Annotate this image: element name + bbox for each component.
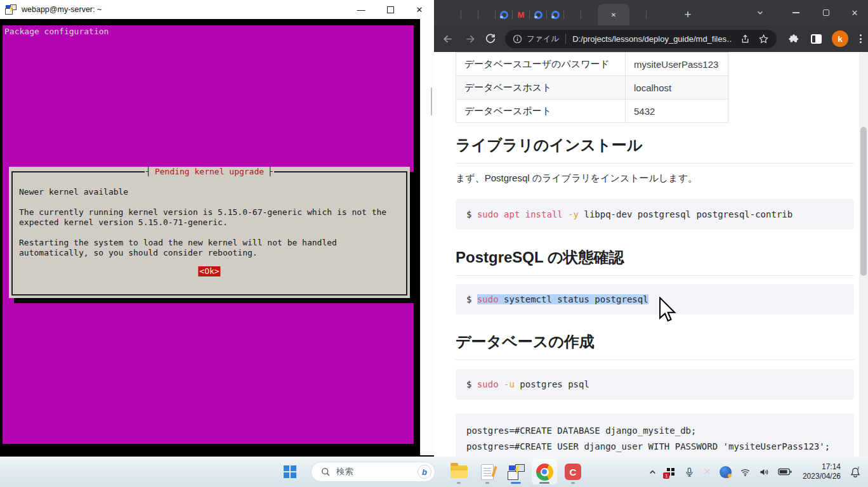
blue-ring-favicon bbox=[551, 11, 560, 19]
browser-menu-button[interactable] bbox=[860, 34, 862, 43]
tab-search-chevron-button[interactable] bbox=[749, 0, 771, 25]
bookmark-button[interactable] bbox=[758, 34, 769, 44]
table-row: データベースホスト localhost bbox=[456, 76, 728, 100]
start-button[interactable] bbox=[284, 465, 296, 478]
dialog-text-line: The currently running kernel version is … bbox=[19, 207, 386, 218]
tray-close-faint-icon[interactable]: ✕ bbox=[703, 466, 711, 477]
shell-prompt: $ bbox=[466, 294, 471, 304]
browser-tab[interactable] bbox=[547, 4, 563, 25]
table-cell-value: localhost bbox=[626, 76, 728, 100]
blue-orb-icon bbox=[720, 466, 732, 478]
new-tab-button[interactable]: + bbox=[678, 4, 697, 25]
browser-tab[interactable] bbox=[564, 4, 581, 25]
tray-battery[interactable] bbox=[778, 467, 792, 476]
bell-dnd-icon: z bbox=[849, 465, 862, 478]
share-button[interactable] bbox=[740, 34, 751, 44]
terminal-maximize-button[interactable] bbox=[376, 0, 405, 19]
notepad-icon bbox=[481, 464, 494, 480]
browser-tab-gmail[interactable]: M bbox=[513, 4, 529, 25]
terminal-minimize-button[interactable]: — bbox=[346, 0, 376, 19]
dialog-title-text: Pending kernel upgrade bbox=[151, 167, 268, 176]
address-bar[interactable]: ファイル D:/projects/lessons/deploy_guide/md… bbox=[505, 30, 777, 48]
desktop: webapp@my-server: ~ — ✕ Package configur… bbox=[0, 0, 868, 487]
tray-microphone[interactable] bbox=[684, 467, 695, 477]
svg-text:z: z bbox=[857, 465, 859, 470]
code-flag: -u bbox=[504, 379, 515, 389]
extensions-button[interactable] bbox=[788, 33, 799, 44]
taskbar-camtasia[interactable]: C bbox=[560, 459, 586, 484]
terminal-close-button[interactable]: ✕ bbox=[405, 0, 434, 19]
taskbar-notepad[interactable] bbox=[475, 459, 500, 484]
url-text[interactable]: D:/projects/lessons/deploy_guide/md_file… bbox=[572, 34, 732, 44]
browser-tab[interactable] bbox=[478, 4, 495, 25]
section-heading-status: PostgreSQL の状態確認 bbox=[456, 247, 854, 276]
code-command: sudo bbox=[477, 294, 499, 304]
terminal-scrollbar[interactable] bbox=[420, 19, 434, 455]
browser-close-button[interactable]: ✕ bbox=[844, 0, 865, 25]
tray-wifi[interactable] bbox=[740, 467, 751, 477]
terminal-screen[interactable]: Package configuration ┤Pending kernel up… bbox=[0, 19, 434, 455]
bing-icon[interactable]: b bbox=[418, 465, 431, 479]
taskbar-putty[interactable] bbox=[503, 459, 529, 484]
browser-tab[interactable] bbox=[444, 4, 461, 25]
browser-maximize-button[interactable] bbox=[815, 0, 837, 25]
maximize-icon bbox=[823, 10, 829, 16]
browser-tab[interactable] bbox=[629, 4, 646, 25]
tray-overflow-chevron[interactable] bbox=[648, 467, 657, 477]
page-scrollbar[interactable] bbox=[859, 52, 868, 457]
taskbar-chrome[interactable] bbox=[532, 459, 557, 484]
table-row: データベースユーザのパスワード mysiteUserPass123 bbox=[456, 53, 728, 76]
table-cell-label: データベースポート bbox=[456, 100, 626, 123]
browser-tab[interactable] bbox=[647, 4, 663, 25]
info-icon bbox=[513, 34, 522, 44]
profile-avatar[interactable]: k bbox=[832, 30, 848, 47]
browser-tab[interactable] bbox=[496, 4, 512, 25]
taskbar-file-explorer[interactable] bbox=[446, 459, 471, 484]
dialog-text-line: Restarting the system to load the new ke… bbox=[19, 238, 337, 248]
section-heading-createdb: データベースの作成 bbox=[456, 332, 854, 360]
page-content: データベースユーザのパスワード mysiteUserPass123 データベース… bbox=[434, 52, 868, 457]
browser-window: M ✕ + ✕ bbox=[434, 0, 868, 457]
taskbar-search-box[interactable]: 検索 b bbox=[311, 462, 435, 482]
chevron-down-icon bbox=[756, 8, 765, 17]
page-scrollbar-thumb[interactable] bbox=[860, 127, 867, 276]
tab-close-icon[interactable]: ✕ bbox=[611, 11, 616, 18]
page-info-button[interactable] bbox=[513, 34, 522, 44]
terminal-scrollbar-thumb[interactable] bbox=[431, 88, 432, 115]
browser-toolbar: ファイル D:/projects/lessons/deploy_guide/md… bbox=[434, 25, 868, 52]
debconf-screen: Package configuration ┤Pending kernel up… bbox=[3, 25, 414, 444]
url-scheme-label: ファイル bbox=[527, 34, 559, 44]
reload-icon bbox=[485, 33, 496, 44]
search-icon bbox=[320, 467, 331, 477]
notification-badge: 1 bbox=[663, 472, 669, 479]
putty-window-icon bbox=[5, 4, 16, 15]
browser-tab[interactable] bbox=[530, 4, 546, 25]
section-heading-library: ライブラリのインストール bbox=[456, 135, 854, 164]
dialog-ok-button[interactable]: <Ok> bbox=[198, 266, 220, 276]
taskbar-apps: C bbox=[446, 459, 589, 484]
tray-volume[interactable] bbox=[759, 467, 770, 477]
reload-button[interactable] bbox=[481, 29, 500, 48]
browser-tab[interactable] bbox=[461, 4, 478, 25]
table-cell-value: mysiteUserPass123 bbox=[626, 53, 728, 76]
browser-tab[interactable] bbox=[581, 4, 598, 25]
code-line: postgres=#CREATE USER django_user WITH P… bbox=[466, 439, 854, 455]
speaker-icon bbox=[759, 467, 770, 477]
tray-app-blue-orb[interactable] bbox=[720, 466, 732, 478]
table-cell-label: データベースユーザのパスワード bbox=[456, 53, 626, 76]
notification-center-button[interactable]: z bbox=[849, 465, 862, 478]
back-button[interactable] bbox=[438, 29, 457, 48]
wifi-icon bbox=[740, 467, 751, 477]
taskbar-clock[interactable]: 17:14 2023/04/26 bbox=[803, 462, 841, 481]
url-divider bbox=[565, 34, 566, 44]
selected-text: sudo systemctl status postgresql bbox=[477, 294, 648, 304]
browser-tab-active[interactable]: ✕ bbox=[598, 4, 629, 25]
tray-notification-app[interactable]: 1 bbox=[666, 467, 676, 477]
forward-button[interactable] bbox=[461, 29, 480, 48]
side-panel-button[interactable] bbox=[811, 34, 822, 44]
code-args: systemctl status postgresql bbox=[504, 294, 648, 304]
star-icon bbox=[758, 34, 769, 44]
clock-time: 17:14 bbox=[803, 462, 841, 472]
terminal-titlebar[interactable]: webapp@my-server: ~ — ✕ bbox=[0, 0, 434, 19]
browser-minimize-button[interactable] bbox=[785, 0, 806, 25]
